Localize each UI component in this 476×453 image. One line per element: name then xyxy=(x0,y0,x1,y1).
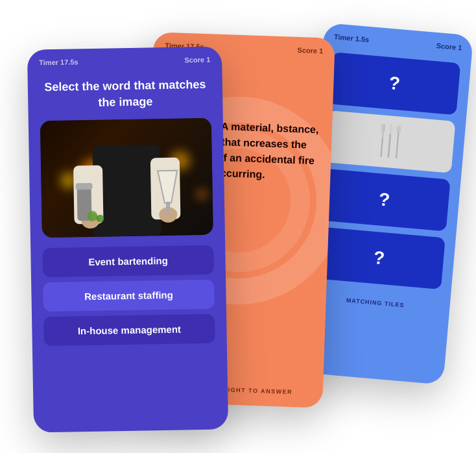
scene: Timer 1.5s Score 1 ? xyxy=(18,16,458,437)
option-2-label: In-house management xyxy=(78,324,181,337)
card-left-question: Select the word that matches the image xyxy=(28,69,223,121)
option-inhouse-management[interactable]: In-house management xyxy=(43,314,215,347)
right-bottom-label: MATCHING TILES xyxy=(346,297,404,309)
svg-rect-15 xyxy=(75,183,92,190)
tile-cutlery[interactable] xyxy=(323,110,455,173)
right-timer: Timer 1.5s xyxy=(334,32,370,43)
svg-rect-3 xyxy=(382,130,384,132)
middle-score: Score 1 xyxy=(297,46,323,55)
card-left-options: Event bartending Restaurant staffing In-… xyxy=(30,235,227,357)
option-1-label: Restaurant staffing xyxy=(84,289,173,302)
tile-3-question: ? xyxy=(378,189,391,210)
option-0-label: Event bartending xyxy=(88,255,168,267)
card-left: Timer 17.5s Score 1 Select the word that… xyxy=(27,46,228,432)
right-score: Score 1 xyxy=(436,42,462,51)
bartender-image xyxy=(40,118,213,238)
bartender-scene xyxy=(40,118,213,238)
cutlery-icon xyxy=(368,121,411,163)
svg-rect-1 xyxy=(381,124,382,131)
tile-4-question: ? xyxy=(373,247,386,269)
svg-rect-6 xyxy=(387,134,391,158)
svg-point-7 xyxy=(396,125,402,134)
tile-4[interactable]: ? xyxy=(313,226,446,289)
option-event-bartending[interactable]: Event bartending xyxy=(42,245,214,278)
tile-3[interactable]: ? xyxy=(318,169,450,232)
option-restaurant-staffing[interactable]: Restaurant staffing xyxy=(43,280,215,312)
svg-rect-8 xyxy=(396,132,399,159)
svg-rect-16 xyxy=(166,202,170,215)
left-timer: Timer 17.5s xyxy=(39,58,78,66)
left-score: Score 1 xyxy=(184,56,210,64)
card-left-header: Timer 17.5s Score 1 xyxy=(27,46,222,73)
tile-1-question: ? xyxy=(388,73,401,94)
svg-rect-4 xyxy=(380,138,383,157)
tile-1[interactable]: ? xyxy=(328,52,460,115)
bartender-svg xyxy=(40,118,213,238)
